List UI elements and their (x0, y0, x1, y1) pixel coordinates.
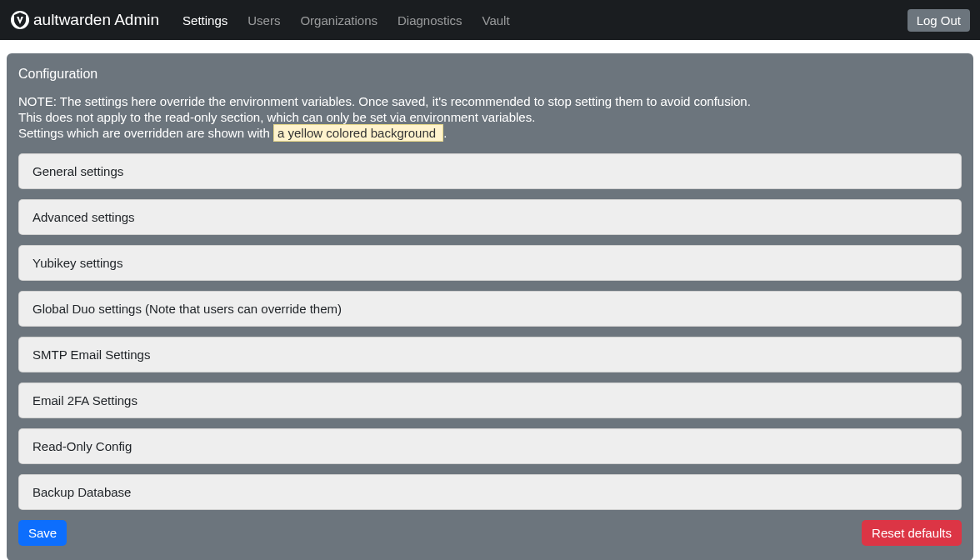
config-title: Configuration (18, 67, 962, 82)
nav-users[interactable]: Users (238, 7, 290, 34)
note-line-2: This does not apply to the read-only sec… (18, 109, 962, 125)
brand-text: aultwarden Admin (33, 11, 159, 29)
nav-links: Settings Users Organizations Diagnostics… (172, 7, 520, 34)
main: Configuration NOTE: The settings here ov… (0, 40, 980, 560)
vaultwarden-logo-icon (10, 10, 30, 30)
config-card: Configuration NOTE: The settings here ov… (7, 53, 973, 560)
config-note: NOTE: The settings here override the env… (18, 93, 962, 142)
note-line-3-prefix: Settings which are overridden are shown … (18, 126, 273, 140)
section-general-settings[interactable]: General settings (18, 153, 962, 189)
nav-settings[interactable]: Settings (172, 7, 238, 34)
note-line-3: Settings which are overridden are shown … (18, 125, 962, 141)
nav-diagnostics[interactable]: Diagnostics (388, 7, 472, 34)
section-backup-database[interactable]: Backup Database (18, 474, 962, 510)
nav-vault[interactable]: Vault (472, 7, 520, 34)
section-advanced-settings[interactable]: Advanced settings (18, 199, 962, 235)
accordion: General settings Advanced settings Yubik… (18, 153, 962, 510)
section-smtp-email-settings[interactable]: SMTP Email Settings (18, 337, 962, 372)
note-line-1: NOTE: The settings here override the env… (18, 93, 962, 109)
section-email-2fa-settings[interactable]: Email 2FA Settings (18, 382, 962, 418)
reset-defaults-button[interactable]: Reset defaults (862, 520, 962, 546)
logout-button[interactable]: Log Out (908, 9, 970, 32)
section-global-duo-settings[interactable]: Global Duo settings (Note that users can… (18, 291, 962, 327)
section-read-only-config[interactable]: Read-Only Config (18, 428, 962, 464)
navbar: aultwarden Admin Settings Users Organiza… (0, 0, 980, 40)
override-highlight: a yellow colored background (273, 124, 443, 142)
navbar-left: aultwarden Admin Settings Users Organiza… (10, 7, 520, 34)
brand[interactable]: aultwarden Admin (10, 10, 159, 30)
note-line-3-suffix: . (443, 126, 447, 140)
save-button[interactable]: Save (18, 520, 67, 546)
nav-organizations[interactable]: Organizations (290, 7, 388, 34)
section-yubikey-settings[interactable]: Yubikey settings (18, 245, 962, 281)
button-row: Save Reset defaults (18, 520, 962, 546)
